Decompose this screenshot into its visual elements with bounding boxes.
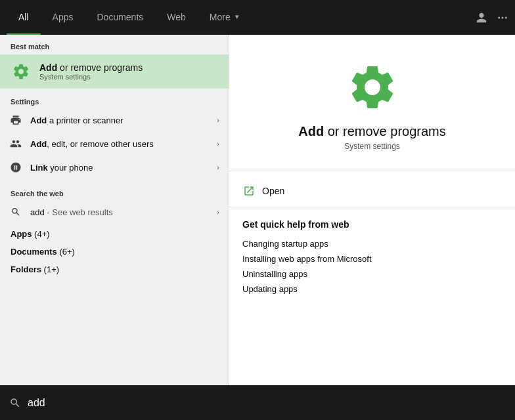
web-search-item[interactable]: add - See web results › <box>0 200 229 224</box>
categories-section: Apps (4+) Documents (6+) Folders (1+) <box>0 225 229 278</box>
gear-icon <box>11 61 32 82</box>
web-search-text: add - See web results <box>30 207 209 217</box>
folders-category[interactable]: Folders (1+) <box>0 261 229 278</box>
detail-gear-icon <box>346 61 399 114</box>
detail-subtitle: System settings <box>344 142 400 151</box>
svg-point-2 <box>505 16 507 18</box>
chevron-down-icon: ▾ <box>235 12 239 21</box>
search-input[interactable] <box>28 397 506 409</box>
chevron-right-icon3: › <box>217 163 219 171</box>
main-container: Best match Add or remove programs System… <box>0 35 515 420</box>
settings-section: Settings Add a printer or scanner › <box>0 89 229 182</box>
chevron-right-icon4: › <box>217 208 219 216</box>
tab-apps[interactable]: Apps <box>41 0 85 35</box>
apps-category[interactable]: Apps (4+) <box>0 225 229 243</box>
more-options-icon[interactable] <box>497 12 508 24</box>
best-match-bold: Add <box>39 62 57 73</box>
tab-documents[interactable]: Documents <box>85 0 155 35</box>
tab-web[interactable]: Web <box>155 0 198 35</box>
settings-header: Settings <box>0 94 229 108</box>
detail-section: Add or remove programs System settings <box>229 35 515 164</box>
link-phone-text: Link your phone <box>30 163 209 173</box>
add-printer-item[interactable]: Add a printer or scanner › <box>0 108 229 132</box>
chevron-right-icon: › <box>217 116 219 124</box>
quick-help-link-3[interactable]: Uninstalling apps <box>242 266 502 282</box>
chevron-right-icon2: › <box>217 140 219 148</box>
search-icon <box>9 205 22 219</box>
add-printer-text: Add a printer or scanner <box>30 116 209 125</box>
best-match-title: Add or remove programs <box>39 62 143 73</box>
detail-title: Add or remove programs <box>298 124 446 139</box>
web-search-sub: - See web results <box>45 207 113 217</box>
users-icon <box>9 137 22 150</box>
documents-category[interactable]: Documents (6+) <box>0 243 229 261</box>
add-users-text: Add, edit, or remove other users <box>30 139 209 149</box>
printer-icon <box>9 114 22 127</box>
svg-point-1 <box>502 16 504 18</box>
best-match-text: Add or remove programs System settings <box>39 62 143 81</box>
link-phone-item[interactable]: Link your phone › <box>0 156 229 179</box>
best-match-subtitle: System settings <box>39 73 143 81</box>
tab-more[interactable]: More ▾ <box>198 0 251 35</box>
divider2 <box>229 207 515 207</box>
quick-help-link-2[interactable]: Installing web apps from Microsoft <box>242 251 502 266</box>
open-label: Open <box>262 186 284 196</box>
web-header: Search the web <box>0 186 229 200</box>
quick-help-link-4[interactable]: Updating apps <box>242 282 502 297</box>
right-panel: Add or remove programs System settings O… <box>229 35 515 420</box>
svg-point-0 <box>498 16 500 18</box>
best-match-item[interactable]: Add or remove programs System settings <box>0 54 229 89</box>
top-nav: All Apps Documents Web More ▾ <box>0 0 515 35</box>
phone-icon <box>9 161 22 174</box>
quick-help-section: Get quick help from web Changing startup… <box>229 210 515 302</box>
user-icon[interactable] <box>476 12 487 24</box>
web-section: Search the web add - See web results › <box>0 182 229 225</box>
search-bar <box>0 385 515 420</box>
search-bar-icon <box>9 397 21 409</box>
left-panel: Best match Add or remove programs System… <box>0 35 229 420</box>
open-icon <box>242 184 256 198</box>
divider1 <box>229 171 515 171</box>
open-button[interactable]: Open <box>229 178 515 204</box>
quick-help-link-1[interactable]: Changing startup apps <box>242 236 502 251</box>
quick-help-title: Get quick help from web <box>242 219 502 230</box>
best-match-label: Best match <box>0 35 229 54</box>
tab-all[interactable]: All <box>7 0 41 35</box>
add-users-item[interactable]: Add, edit, or remove other users › <box>0 132 229 156</box>
